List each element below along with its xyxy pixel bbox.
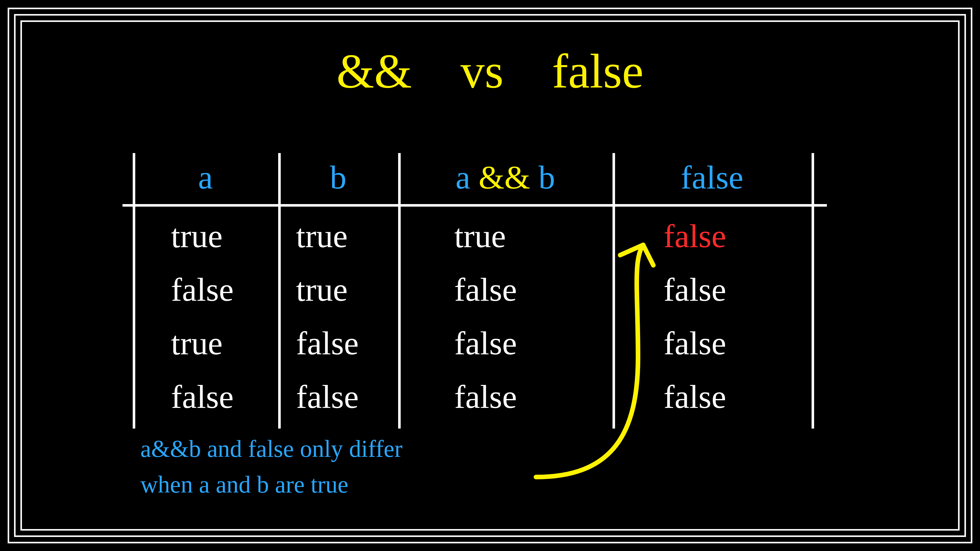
header-a-and-b: a && b bbox=[398, 158, 612, 197]
header-and-b: b bbox=[538, 159, 555, 196]
cell-ab-0: true bbox=[454, 217, 506, 255]
cell-b-3: false bbox=[296, 378, 359, 416]
cell-ab-3: false bbox=[454, 378, 517, 416]
cell-f-1: false bbox=[663, 270, 726, 309]
title-word: false bbox=[552, 44, 644, 98]
page-title: && vs false bbox=[0, 43, 980, 99]
cell-ab-2: false bbox=[454, 324, 517, 362]
header-false: false bbox=[612, 158, 811, 197]
header-and-op: && bbox=[479, 159, 530, 196]
cell-a-1: false bbox=[171, 270, 234, 309]
header-underline bbox=[123, 204, 827, 206]
header-a: a bbox=[133, 158, 278, 197]
cell-b-2: false bbox=[296, 324, 359, 362]
header-and-a: a bbox=[455, 159, 470, 196]
title-vs: vs bbox=[460, 44, 504, 98]
cell-f-0: false bbox=[663, 217, 726, 255]
cell-a-3: false bbox=[171, 378, 234, 416]
title-op: && bbox=[336, 44, 412, 98]
cell-a-2: true bbox=[171, 324, 223, 362]
header-b: b bbox=[278, 158, 398, 197]
note-line-1: a&&b and false only differ bbox=[140, 433, 402, 464]
cell-b-0: true bbox=[296, 217, 348, 255]
cell-ab-1: false bbox=[454, 270, 517, 309]
cell-f-3: false bbox=[663, 378, 726, 416]
note-line-2: when a and b are true bbox=[140, 469, 348, 500]
cell-f-2: false bbox=[663, 324, 726, 362]
cell-b-1: true bbox=[296, 270, 348, 309]
cell-a-0: true bbox=[171, 217, 223, 255]
col-line-5 bbox=[811, 153, 814, 429]
